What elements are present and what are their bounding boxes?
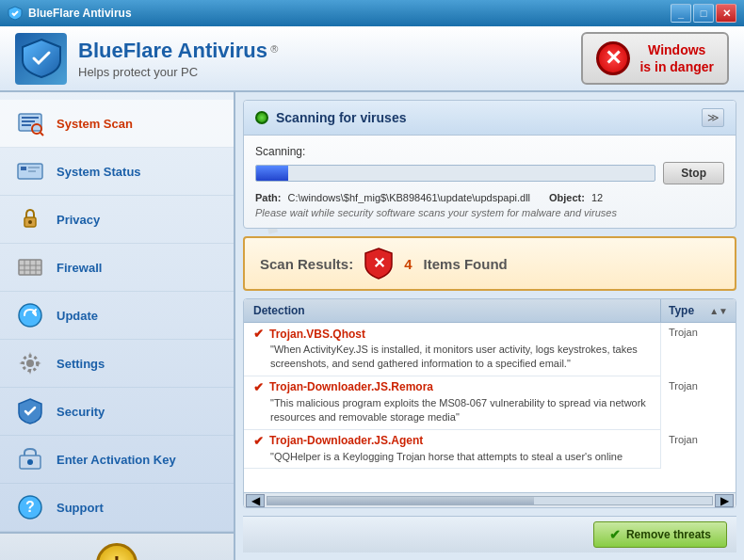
scan-results-label: Scan Results: xyxy=(260,256,353,272)
threat-name-0: ✔ Trojan.VBS.Qhost xyxy=(253,327,651,341)
type-column-header: Type ▲▼ xyxy=(660,299,736,322)
sidebar-item-support[interactable]: ? Support xyxy=(0,484,234,532)
type-cell-0: Trojan xyxy=(660,323,736,376)
scan-status-dot xyxy=(255,111,268,124)
collapse-button[interactable]: ≫ xyxy=(702,108,724,127)
sidebar-item-system-status[interactable]: System Status xyxy=(0,148,234,196)
object-info: Object: 12 xyxy=(549,192,603,203)
svg-text:✕: ✕ xyxy=(373,255,385,271)
threat-desc-0: "When ActivityKey.JS is installed, it mo… xyxy=(253,343,651,372)
detection-table-body: ✔ Trojan.VBS.Qhost "When ActivityKey.JS … xyxy=(244,323,736,492)
svg-rect-8 xyxy=(28,167,40,168)
progress-bar xyxy=(255,165,655,182)
activation-label: Enter Activation Key xyxy=(57,453,176,467)
scanning-panel: Scanning for viruses ≫ Scanning: Stop Pa… xyxy=(243,100,736,229)
svg-point-22 xyxy=(27,459,33,465)
type-cell-1: Trojan xyxy=(660,376,736,430)
settings-icon xyxy=(13,346,47,380)
system-scan-label: System Scan xyxy=(57,117,133,131)
stop-button[interactable]: Stop xyxy=(663,162,724,184)
title-bar: BlueFlare Antivirus _ □ ✕ xyxy=(0,0,744,26)
update-label: Update xyxy=(57,309,98,323)
svg-rect-1 xyxy=(22,117,39,119)
scroll-thumb[interactable] xyxy=(267,497,534,504)
sidebar-item-privacy[interactable]: Privacy xyxy=(0,196,234,244)
title-bar-text: BlueFlare Antivirus xyxy=(28,7,132,20)
svg-rect-3 xyxy=(22,124,31,126)
svg-point-18 xyxy=(19,304,41,327)
threat-name-2: ✔ Trojan-Downloader.JS.Agent xyxy=(253,434,651,448)
maximize-button[interactable]: □ xyxy=(693,4,714,23)
table-row: ✔ Trojan.VBS.Qhost "When ActivityKey.JS … xyxy=(244,323,736,376)
threat-name-1: ✔ Trojan-Downloader.JS.Remora xyxy=(253,380,651,394)
scan-results-panel: Scan Results: ✕ 4 Items Found xyxy=(243,236,736,291)
detection-cell-0: ✔ Trojan.VBS.Qhost "When ActivityKey.JS … xyxy=(244,323,660,376)
sidebar-item-firewall[interactable]: Firewall xyxy=(0,244,234,292)
header-app-name: BlueFlare Antivirus ® xyxy=(78,39,278,63)
privacy-label: Privacy xyxy=(57,213,100,227)
scroll-left-btn[interactable]: ◀ xyxy=(246,494,265,507)
detection-cell-2: ✔ Trojan-Downloader.JS.Agent "QQHelper i… xyxy=(244,430,660,469)
threat-desc-1: "This malicious program exploits the MS0… xyxy=(253,396,651,425)
sidebar-item-security[interactable]: Security xyxy=(0,388,234,436)
scan-panel-header: Scanning for viruses ≫ xyxy=(244,101,736,136)
scroll-right-btn[interactable]: ▶ xyxy=(715,494,734,507)
settings-label: Settings xyxy=(57,357,105,371)
detection-cell-1: ✔ Trojan-Downloader.JS.Remora "This mali… xyxy=(244,376,660,430)
svg-rect-9 xyxy=(28,170,36,172)
svg-rect-2 xyxy=(22,120,35,122)
scan-panel-body: Scanning: Stop Path: C:\windows\$hf_mig$… xyxy=(244,136,736,228)
scan-title: Scanning for viruses xyxy=(276,110,406,125)
minimize-button[interactable]: _ xyxy=(671,4,691,23)
security-label: Security xyxy=(57,405,105,419)
sidebar-item-system-scan[interactable]: System Scan xyxy=(0,100,234,148)
table-row: ✔ Trojan-Downloader.JS.Agent "QQHelper i… xyxy=(244,430,736,469)
sidebar: System Scan System Status xyxy=(0,92,235,560)
window-controls[interactable]: _ □ ✕ xyxy=(671,4,736,23)
threat-shield-icon: ✕ xyxy=(364,248,393,280)
close-button[interactable]: ✕ xyxy=(716,4,736,23)
path-row: Path: C:\windows\$hf_mig$\KB898461\updat… xyxy=(255,192,724,203)
check-icon-2: ✔ xyxy=(253,434,264,448)
path-label-text: Path: C:\windows\$hf_mig$\KB898461\updat… xyxy=(255,192,530,203)
system-status-icon xyxy=(13,154,47,188)
remove-threats-button[interactable]: ✔ Remove threats xyxy=(593,521,727,548)
windows-danger-warning: ✕ Windowsis in danger xyxy=(581,32,729,85)
check-icon-1: ✔ xyxy=(253,380,264,394)
scan-header-left: Scanning for viruses xyxy=(255,110,406,125)
detection-table: Detection Type ▲▼ ✔ Trojan.VBS.Qhost " xyxy=(243,298,736,508)
privacy-icon xyxy=(13,202,47,236)
sidebar-item-update[interactable]: Update xyxy=(0,292,234,340)
firewall-label: Firewall xyxy=(57,261,102,275)
update-icon xyxy=(13,298,47,332)
horizontal-scrollbar[interactable]: ◀ ▶ xyxy=(244,492,736,507)
app-logo xyxy=(15,33,67,85)
detection-column-header: Detection xyxy=(244,299,660,322)
at-risk-icon: ! xyxy=(96,543,137,560)
svg-point-11 xyxy=(28,220,32,224)
header-text-group: BlueFlare Antivirus ® Helps protect your… xyxy=(78,39,278,79)
detection-table-header: Detection Type ▲▼ xyxy=(244,299,736,323)
wait-text: Please wait while security software scan… xyxy=(255,207,724,218)
progress-row: Stop xyxy=(255,162,724,184)
danger-text: Windowsis in danger xyxy=(639,41,714,75)
scroll-track xyxy=(267,496,713,505)
type-cell-2: Trojan xyxy=(660,430,736,469)
sort-arrow-icon[interactable]: ▲▼ xyxy=(709,306,728,316)
sidebar-item-activation[interactable]: Enter Activation Key xyxy=(0,436,234,484)
checkmark-icon: ✔ xyxy=(609,527,621,542)
header: BlueFlare Antivirus ® Helps protect your… xyxy=(0,26,744,92)
support-icon: ? xyxy=(13,490,47,524)
support-label: Support xyxy=(57,501,104,515)
app-icon xyxy=(8,6,23,21)
svg-text:?: ? xyxy=(25,499,35,515)
scanning-label: Scanning: xyxy=(255,145,724,158)
sidebar-item-settings[interactable]: Settings xyxy=(0,340,234,388)
main-layout: System Scan System Status xyxy=(0,92,744,560)
bottom-bar: ✔ Remove threats xyxy=(243,516,736,552)
items-found-label: Items Found xyxy=(424,256,508,272)
threat-count: 4 xyxy=(404,256,412,272)
svg-rect-7 xyxy=(21,167,26,170)
system-scan-icon xyxy=(13,106,47,140)
check-icon-0: ✔ xyxy=(253,327,264,341)
